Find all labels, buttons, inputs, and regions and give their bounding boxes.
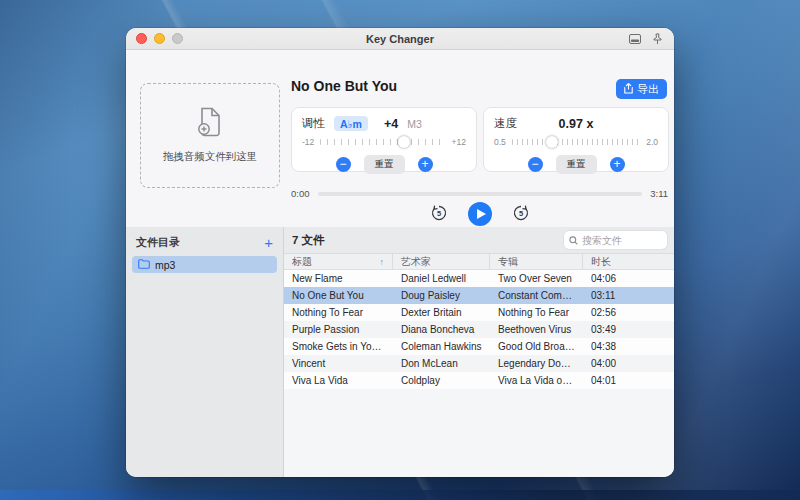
key-slider-max: +12 bbox=[452, 137, 466, 147]
dropzone-label: 拖拽音频文件到这里 bbox=[163, 150, 258, 164]
table-row[interactable]: Smoke Gets in Your EyesColeman HawkinsGo… bbox=[284, 338, 674, 355]
titlebar: Key Changer bbox=[126, 28, 674, 50]
editor-area: 拖拽音频文件到这里 No One But You 导出 调性 A♭m +4 M3… bbox=[126, 50, 674, 227]
zoom-window-button[interactable] bbox=[172, 33, 183, 44]
table-row[interactable]: Viva La VidaColdplayViva La Vida or Deat… bbox=[284, 372, 674, 389]
table-row[interactable]: Nothing To FearDexter BritainNothing To … bbox=[284, 304, 674, 321]
pin-icon[interactable] bbox=[653, 33, 662, 45]
speed-increase-button[interactable]: + bbox=[610, 157, 625, 172]
table-row[interactable]: VincentDon McLeanLegendary Don McLean04:… bbox=[284, 355, 674, 372]
svg-text:5: 5 bbox=[518, 209, 522, 218]
progress-bar[interactable] bbox=[318, 192, 643, 196]
key-reset-button[interactable]: 重置 bbox=[364, 155, 405, 174]
key-increase-button[interactable]: + bbox=[418, 157, 433, 172]
column-header-duration[interactable]: 时长 bbox=[583, 254, 674, 269]
search-icon bbox=[569, 231, 578, 249]
speed-slider-min: 0.5 bbox=[494, 137, 506, 147]
table-row[interactable]: No One But YouDoug PaisleyConstant Compa… bbox=[284, 287, 674, 304]
speed-reset-button[interactable]: 重置 bbox=[556, 155, 597, 174]
audio-dropzone[interactable]: 拖拽音频文件到这里 bbox=[140, 83, 280, 188]
key-slider-thumb[interactable] bbox=[398, 136, 410, 148]
sort-ascending-icon: ↑ bbox=[380, 257, 385, 267]
file-count: 7 文件 bbox=[292, 233, 325, 248]
sidebar-title: 文件目录 bbox=[136, 235, 180, 250]
key-offset-value: +4 bbox=[384, 117, 398, 131]
svg-text:5: 5 bbox=[436, 209, 440, 218]
folder-icon bbox=[138, 259, 150, 271]
key-decrease-button[interactable]: − bbox=[336, 157, 351, 172]
key-slider-min: -12 bbox=[302, 137, 314, 147]
close-window-button[interactable] bbox=[136, 33, 147, 44]
minimize-window-button[interactable] bbox=[154, 33, 165, 44]
speed-value: 0.97 x bbox=[494, 117, 658, 131]
skip-back-5-button[interactable]: 5 bbox=[430, 204, 448, 225]
library-table: 7 文件 标题 ↑ 艺术家 专辑 时长 New FlameDaniel Ledw… bbox=[284, 227, 674, 477]
song-title: No One But You bbox=[291, 78, 397, 94]
table-row[interactable]: New FlameDaniel LedwellTwo Over Seven04:… bbox=[284, 270, 674, 287]
key-panel-label: 调性 bbox=[302, 116, 325, 131]
sidebar-item-mp3[interactable]: mp3 bbox=[132, 256, 277, 273]
play-button[interactable] bbox=[468, 202, 492, 226]
skip-forward-5-button[interactable]: 5 bbox=[512, 204, 530, 225]
search-box[interactable] bbox=[564, 231, 667, 249]
speed-slider-max: 2.0 bbox=[646, 137, 658, 147]
share-icon bbox=[624, 83, 633, 96]
key-slider[interactable] bbox=[320, 139, 445, 145]
key-panel: 调性 A♭m +4 M3 -12 +12 − 重置 + bbox=[291, 107, 477, 172]
window-layout-icon[interactable] bbox=[629, 34, 641, 44]
column-header-artist[interactable]: 艺术家 bbox=[393, 254, 490, 269]
total-time: 3:11 bbox=[650, 188, 668, 199]
export-button[interactable]: 导出 bbox=[616, 79, 667, 99]
speed-slider-thumb[interactable] bbox=[546, 136, 558, 148]
app-window: Key Changer 拖拽音频文件到这里 No bbox=[126, 28, 674, 477]
table-row[interactable]: Purple PassionDiana BonchevaBeethoven Vi… bbox=[284, 321, 674, 338]
search-input[interactable] bbox=[582, 235, 662, 246]
play-icon bbox=[477, 209, 486, 219]
speed-decrease-button[interactable]: − bbox=[528, 157, 543, 172]
column-header-title[interactable]: 标题 ↑ bbox=[284, 254, 393, 269]
speed-slider[interactable] bbox=[512, 139, 640, 145]
key-badge: A♭m bbox=[334, 116, 368, 131]
window-title: Key Changer bbox=[126, 33, 674, 45]
column-header-album[interactable]: 专辑 bbox=[490, 254, 583, 269]
key-interval: M3 bbox=[407, 118, 422, 130]
add-folder-button[interactable]: + bbox=[264, 237, 273, 249]
add-file-icon bbox=[197, 107, 223, 141]
table-header: 标题 ↑ 艺术家 专辑 时长 bbox=[284, 254, 674, 270]
sidebar: 文件目录 + mp3 bbox=[126, 227, 284, 477]
speed-panel: 速度 0.97 x 0.5 2.0 − 重置 + bbox=[483, 107, 669, 172]
current-time: 0:00 bbox=[291, 188, 310, 199]
